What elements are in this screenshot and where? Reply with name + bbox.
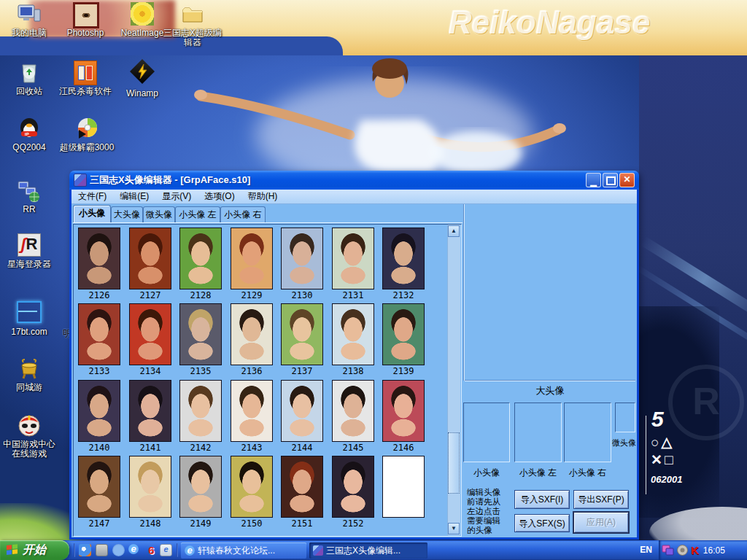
tab-small-face[interactable]: 小头像 [73,205,111,223]
portrait-photo[interactable] [231,456,273,518]
desktop-icon-17bt[interactable]: 17bt.com [0,299,58,337]
face-thumbnail[interactable]: 2145 [331,380,375,453]
apply-button[interactable]: 应用(A) [573,511,630,534]
face-thumbnail[interactable]: 2134 [128,303,172,376]
portrait-photo[interactable] [281,228,323,289]
portrait-photo[interactable] [281,456,323,518]
taskbar-button-face-editor[interactable]: 三国志X头像编辑... [309,542,427,559]
face-thumbnail[interactable]: 2144 [280,380,324,453]
desktop-icon-china-game-center[interactable]: 中国游戏中心在线游戏 [0,413,58,459]
vertical-scrollbar[interactable]: ▲ ▼ [447,225,460,535]
face-thumbnail[interactable]: 2130 [280,228,324,300]
portrait-photo[interactable] [78,380,120,442]
face-thumbnail[interactable]: 2131 [331,228,375,300]
face-thumbnail[interactable]: 2146 [382,380,425,453]
tab-small-face-left[interactable]: 小头像 左 [175,206,220,222]
import-sfx-button[interactable]: 导入SFX(S) [514,514,570,532]
portrait-photo[interactable] [382,380,425,442]
kv-antivirus-icon[interactable]: K [691,544,699,556]
portrait-photo[interactable] [332,380,374,442]
window-titlebar[interactable]: 三国志X头像编辑器 - [GrpAFace.s10] ▁ ✕ [69,171,639,190]
portrait-photo[interactable] [179,380,222,442]
tab-large-face[interactable]: 大头像 [111,206,143,222]
desktop-icon-jiangmin-antivirus[interactable]: 江民杀毒软件 [56,61,115,96]
face-thumbnail[interactable]: 2129 [230,228,274,300]
portrait-photo[interactable] [382,228,425,289]
menu-file[interactable]: 文件(F) [71,190,113,203]
face-thumbnail[interactable]: 2152 [331,456,375,529]
minimize-button[interactable]: ▁ [586,173,601,187]
language-indicator[interactable]: EN [640,545,652,555]
portrait-photo[interactable] [129,380,171,442]
tab-small-face-right[interactable]: 小头像 右 [220,206,266,222]
portrait-photo[interactable] [179,303,222,365]
face-thumbnail[interactable]: 2139 [382,303,425,376]
portrait-photo[interactable] [332,456,374,518]
menu-edit[interactable]: 编辑(E) [113,190,155,203]
portrait-photo[interactable] [78,228,120,289]
portrait-photo[interactable] [332,228,374,289]
portrait-photo[interactable] [78,303,120,365]
portrait-photo[interactable] [281,303,323,365]
ie-icon[interactable]: e [128,544,141,556]
photo-viewer-icon[interactable] [96,544,108,556]
face-thumbnail[interactable]: 2141 [128,380,172,453]
display-settings-icon[interactable] [662,545,674,556]
scrollbar-thumb[interactable] [448,432,460,494]
red-player-icon[interactable]: 6 [145,544,158,556]
face-thumbnail[interactable]: 2128 [179,228,222,300]
menu-options[interactable]: 选项(O) [198,190,241,203]
blank-slot[interactable] [382,456,425,518]
desktop-icon-photoshop[interactable]: Photoshp [56,2,115,38]
scroll-down-arrow-icon[interactable]: ▼ [448,523,460,534]
start-button[interactable]: 开始 [0,540,69,560]
portrait-photo[interactable] [179,456,222,518]
face-thumbnail[interactable]: 2137 [280,303,324,376]
portrait-photo[interactable] [129,303,171,365]
tray-clock[interactable]: 16:05 [703,545,725,556]
import-sxf-button[interactable]: 导入SXF(I) [514,490,570,509]
maximize-button[interactable] [603,173,618,187]
face-thumbnail[interactable]: 2142 [179,380,222,453]
export-sxf-button[interactable]: 导出SXF(P) [573,490,629,509]
face-thumbnail[interactable]: 2143 [230,380,274,453]
volume-icon[interactable] [677,545,688,556]
face-thumbnail[interactable]: 2147 [77,456,121,529]
face-thumbnail[interactable]: 2132 [382,228,425,300]
menu-view[interactable]: 显示(V) [155,190,198,203]
close-button[interactable]: ✕ [619,173,635,187]
desktop-icon-rr[interactable]: RR [0,179,58,214]
desktop-icon-winamp[interactable]: Winamp [113,61,171,98]
desktop-icon-jieba3000[interactable]: 超级解霸3000 [56,117,117,152]
portrait-photo[interactable] [129,228,171,289]
desktop-icon-sanguozhi-editor[interactable]: 三国志X超级编辑器 [162,2,223,47]
browser-m-icon[interactable] [112,544,125,556]
portrait-photo[interactable] [332,303,374,365]
html-doc-icon[interactable]: e [160,544,172,556]
desktop-icon-my-computer[interactable]: 我的电脑 [0,2,58,38]
face-thumbnail[interactable]: 2150 [230,456,274,529]
tab-micro-face[interactable]: 微头像 [143,206,175,222]
desktop-icon-recycle-bin[interactable]: 回收站 [0,61,58,96]
face-thumbnail[interactable]: 2135 [179,303,222,376]
face-thumbnail[interactable]: 2126 [77,228,121,300]
taskbar-button-forum[interactable]: e 轩辕春秋文化论坛... [181,542,306,559]
face-thumbnail[interactable]: 2136 [230,303,274,376]
portrait-photo[interactable] [129,456,171,518]
menu-help[interactable]: 帮助(H) [241,190,285,203]
face-thumbnail[interactable]: 2140 [77,380,121,453]
desktop-icon-tongchengyou[interactable]: 同城游 [0,357,58,392]
portrait-photo[interactable] [78,456,120,518]
face-thumbnail[interactable]: 2148 [128,456,172,529]
face-thumbnail[interactable]: 2138 [331,303,375,376]
media-player-icon[interactable] [79,544,91,556]
desktop-icon-xinghai[interactable]: ʃR 星海登录器 [0,233,58,269]
portrait-photo[interactable] [231,380,273,442]
face-thumbnail[interactable]: 2149 [179,456,222,529]
portrait-photo[interactable] [231,228,273,289]
face-thumbnail[interactable]: 2127 [128,228,172,300]
portrait-photo[interactable] [231,303,273,365]
portrait-photo[interactable] [179,228,222,289]
face-thumbnail[interactable]: 2133 [77,303,121,376]
portrait-photo[interactable] [382,303,425,365]
